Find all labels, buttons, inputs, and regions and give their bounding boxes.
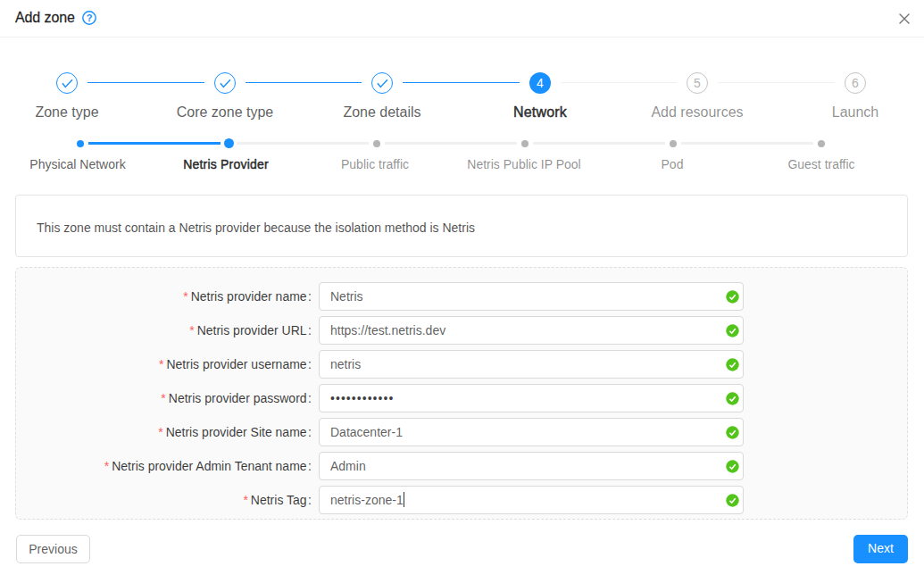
- svg-text:?: ?: [87, 12, 93, 23]
